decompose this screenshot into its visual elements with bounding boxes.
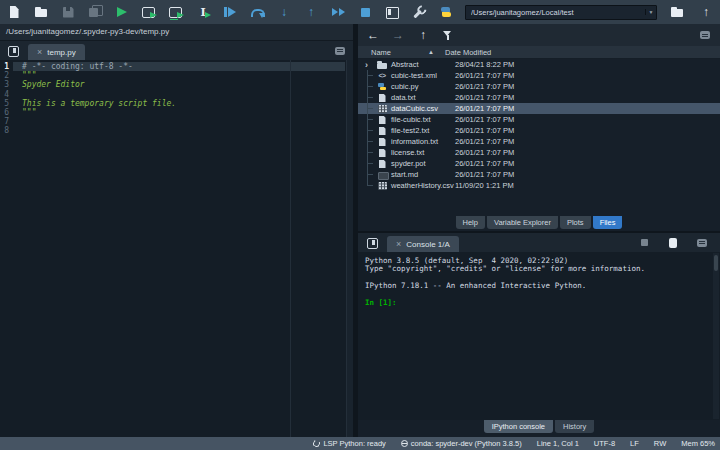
file-row[interactable]: ›Abstract28/04/21 8:22 PM: [358, 59, 720, 70]
editor-line[interactable]: 1# -*- coding: utf-8 -*-: [0, 62, 353, 71]
conda-env-status[interactable]: conda: spyder-dev (Python 3.8.5): [401, 439, 522, 448]
continue-icon[interactable]: [330, 4, 346, 20]
editor-line[interactable]: 2""": [0, 71, 353, 80]
file-row[interactable]: license.txt26/01/21 7:07 PM: [358, 147, 720, 158]
chevron-down-icon[interactable]: ▼: [645, 9, 656, 15]
file-row[interactable]: <>cubic-test.xml26/01/21 7:07 PM: [358, 70, 720, 81]
editor-line[interactable]: 6""": [0, 108, 353, 117]
line-number: 1: [0, 62, 13, 71]
file-row[interactable]: cubic.py26/01/21 7:07 PM: [358, 81, 720, 92]
text-file-icon: [376, 114, 388, 125]
code-text: # -*- coding: utf-8 -*-: [13, 62, 345, 71]
tab-files[interactable]: Files: [593, 216, 623, 229]
csv-file-icon: [376, 103, 388, 114]
editor-scrollbar[interactable]: [346, 60, 353, 437]
interrupt-kernel-icon[interactable]: [636, 235, 652, 251]
console-options-icon[interactable]: [694, 235, 710, 251]
file-name: weatherHistory.csv: [391, 181, 454, 190]
editor-line[interactable]: 5This is a temporary script file.: [0, 99, 353, 108]
forward-icon[interactable]: →: [390, 27, 406, 43]
close-tab-icon[interactable]: ×: [37, 48, 42, 57]
editor-line[interactable]: 8: [0, 126, 353, 135]
expand-arrow-icon[interactable]: ›: [364, 60, 376, 70]
debug-icon[interactable]: [222, 4, 238, 20]
tree-guide: [364, 147, 376, 158]
code-text: This is a temporary script file.: [13, 99, 345, 108]
tab-help[interactable]: Help: [456, 216, 485, 229]
code-editor[interactable]: 1# -*- coding: utf-8 -*-2"""3Spyder Edit…: [0, 60, 353, 437]
parent-folder-icon[interactable]: ↑: [415, 27, 431, 43]
main-toolbar-icons: I↓↑: [6, 4, 454, 20]
editor-line[interactable]: 7: [0, 117, 353, 126]
text-file-icon: [376, 147, 388, 158]
column-header-date[interactable]: Date Modified: [438, 48, 491, 57]
console-tab[interactable]: × Console 1/A: [387, 236, 459, 252]
file-row[interactable]: dataCubic.csv26/01/21 7:07 PM: [358, 103, 720, 114]
console-bottom-tabs: IPython consoleHistory: [358, 420, 720, 437]
ipython-console[interactable]: Python 3.8.5 (default, Sep 4 2020, 02:22…: [358, 252, 720, 420]
run-icon[interactable]: [114, 4, 130, 20]
editor-line[interactable]: 4: [0, 90, 353, 99]
filter-icon[interactable]: [440, 27, 456, 43]
run-cell-advance-icon[interactable]: [168, 4, 184, 20]
encoding-status: UTF-8: [594, 439, 615, 448]
file-row[interactable]: information.txt26/01/21 7:07 PM: [358, 136, 720, 147]
step-into-icon[interactable]: ↓: [276, 4, 292, 20]
back-icon[interactable]: ←: [365, 27, 381, 43]
save-icon[interactable]: [60, 4, 76, 20]
file-name: dataCubic.csv: [391, 104, 438, 113]
code-text: [13, 117, 345, 126]
working-directory-input[interactable]: [466, 6, 645, 19]
stop-icon[interactable]: [357, 4, 373, 20]
lsp-status: LSP Python: ready: [313, 439, 385, 448]
close-tab-icon[interactable]: ×: [396, 240, 401, 249]
open-file-icon[interactable]: [33, 4, 49, 20]
tree-guide: [364, 169, 376, 180]
step-out-icon[interactable]: ↑: [303, 4, 319, 20]
new-file-icon[interactable]: [6, 4, 22, 20]
file-row[interactable]: weatherHistory.csv11/09/20 1:21 PM: [358, 180, 720, 191]
tree-guide: [364, 136, 376, 147]
tab-variable-explorer[interactable]: Variable Explorer: [487, 216, 558, 229]
files-options-icon[interactable]: [697, 27, 713, 43]
run-selection-icon[interactable]: I: [195, 4, 211, 20]
code-text: [13, 126, 345, 135]
inspect-object-icon[interactable]: [665, 235, 681, 251]
parent-directory-icon[interactable]: ↑: [698, 4, 714, 20]
sort-ascending-icon: ▲: [428, 49, 438, 55]
tab-plots[interactable]: Plots: [560, 216, 591, 229]
file-row[interactable]: data.txt26/01/21 7:07 PM: [358, 92, 720, 103]
file-row[interactable]: start.md26/01/21 7:07 PM: [358, 169, 720, 180]
file-row[interactable]: file-test2.txt26/01/21 7:07 PM: [358, 125, 720, 136]
line-number: 3: [0, 80, 13, 89]
maximize-pane-icon[interactable]: [384, 4, 400, 20]
file-name: Abstract: [391, 60, 419, 69]
editor-line[interactable]: 3Spyder Editor: [0, 80, 353, 89]
file-date: 26/01/21 7:07 PM: [455, 82, 514, 91]
console-prompt[interactable]: In [1]:: [365, 299, 710, 307]
lsp-status-text: LSP Python: ready: [323, 439, 385, 448]
step-over-icon[interactable]: [249, 4, 265, 20]
console-corner-icons: [636, 235, 714, 251]
editor-tab-temp-py[interactable]: × temp.py: [28, 44, 85, 60]
file-date: 26/01/21 7:07 PM: [455, 137, 514, 146]
tab-ipython-console[interactable]: IPython console: [484, 420, 553, 433]
line-number: 6: [0, 108, 13, 117]
line-number: 8: [0, 126, 13, 135]
console-scrollbar[interactable]: [713, 253, 719, 419]
browse-tabs-icon[interactable]: [364, 235, 380, 251]
tab-history[interactable]: History: [555, 420, 594, 433]
editor-options-icon[interactable]: [332, 43, 348, 59]
tree-guide: [364, 114, 376, 125]
file-row[interactable]: file-cubic.txt26/01/21 7:07 PM: [358, 114, 720, 125]
file-row[interactable]: spyder.pot26/01/21 7:07 PM: [358, 158, 720, 169]
python-file-icon: [376, 81, 388, 92]
python-env-icon[interactable]: [438, 4, 454, 20]
browse-tabs-icon[interactable]: [5, 43, 21, 59]
browse-working-directory-icon[interactable]: [669, 4, 685, 20]
run-cell-icon[interactable]: [141, 4, 157, 20]
preferences-icon[interactable]: [408, 1, 431, 24]
save-all-icon[interactable]: [87, 4, 103, 20]
column-header-name[interactable]: Name: [358, 48, 428, 57]
text-file-icon: [376, 92, 388, 103]
